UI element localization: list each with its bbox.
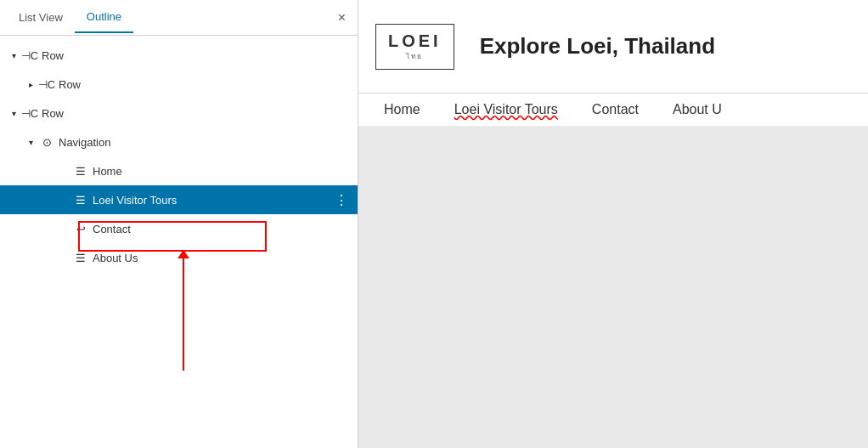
tab-outline[interactable]: Outline bbox=[75, 2, 133, 33]
left-panel: List View Outline × ⊣C Row ⊣C Row ⊣C Row… bbox=[0, 0, 358, 448]
spacer-icon-4 bbox=[58, 251, 71, 264]
tree-row-3[interactable]: ⊣C Row bbox=[0, 99, 358, 128]
contact-page-icon: ↩ bbox=[73, 221, 88, 236]
chevron-down-icon-2 bbox=[7, 106, 20, 120]
chevron-right-icon bbox=[24, 77, 37, 91]
loei-label: Loei Visitor Tours bbox=[93, 194, 335, 207]
row-icon-1: ⊣C bbox=[22, 48, 37, 63]
row-label-3: Row bbox=[42, 107, 358, 120]
row-icon-3: ⊣C bbox=[22, 105, 37, 121]
nav-about[interactable]: About U bbox=[673, 102, 722, 117]
tree-row-2[interactable]: ⊣C Row bbox=[0, 70, 358, 99]
context-menu-dots-icon[interactable]: ⋮ bbox=[335, 192, 358, 208]
tree-home[interactable]: ☰ Home bbox=[0, 156, 358, 185]
about-label: About Us bbox=[93, 252, 358, 264]
preview-content bbox=[358, 127, 868, 448]
navigation-label: Navigation bbox=[59, 136, 358, 149]
home-page-icon: ☰ bbox=[73, 163, 88, 179]
nav-home[interactable]: Home bbox=[384, 102, 420, 117]
nav-bar: Home Loei Visitor Tours Contact About U bbox=[358, 94, 868, 127]
tree-navigation[interactable]: ⊙ Navigation bbox=[0, 128, 358, 156]
close-icon[interactable]: × bbox=[333, 7, 351, 29]
chevron-down-icon-3 bbox=[24, 135, 37, 149]
nav-loei-visitor-tours[interactable]: Loei Visitor Tours bbox=[454, 102, 558, 117]
home-label: Home bbox=[93, 165, 358, 178]
row-label-2: Row bbox=[59, 78, 358, 91]
site-header: LOEI ไทย Explore Loei, Thailand bbox=[358, 0, 868, 94]
tab-bar: List View Outline × bbox=[0, 0, 358, 36]
spacer-icon-2 bbox=[58, 193, 71, 207]
spacer-icon-1 bbox=[58, 164, 71, 178]
tree-row-1[interactable]: ⊣C Row bbox=[0, 41, 358, 70]
tree-about-us[interactable]: ☰ About Us bbox=[0, 243, 358, 272]
logo-sub-text: ไทย bbox=[406, 51, 423, 62]
tab-list-view[interactable]: List View bbox=[7, 3, 75, 32]
nav-contact[interactable]: Contact bbox=[592, 102, 639, 117]
loei-page-icon: ☰ bbox=[73, 192, 88, 207]
row-label-1: Row bbox=[42, 49, 358, 62]
logo-box: LOEI ไทย bbox=[375, 24, 454, 70]
row-icon-2: ⊣C bbox=[39, 77, 54, 92]
right-panel: LOEI ไทย Explore Loei, Thailand Home Loe… bbox=[358, 0, 868, 448]
tree-contact[interactable]: ↩ Contact bbox=[0, 214, 358, 243]
site-title: Explore Loei, Thailand bbox=[480, 33, 715, 60]
about-page-icon: ☰ bbox=[73, 250, 88, 265]
contact-label: Contact bbox=[93, 223, 358, 235]
spacer-icon-3 bbox=[58, 222, 71, 235]
tree-area: ⊣C Row ⊣C Row ⊣C Row ⊙ Navigation ☰ Home bbox=[0, 36, 358, 448]
logo-main-text: LOEI bbox=[388, 31, 442, 51]
chevron-down-icon bbox=[7, 48, 20, 62]
navigation-icon: ⊙ bbox=[39, 134, 54, 150]
preview-area: LOEI ไทย Explore Loei, Thailand Home Loe… bbox=[358, 0, 868, 448]
tree-loei-visitor-tours[interactable]: ☰ Loei Visitor Tours ⋮ bbox=[0, 185, 358, 214]
